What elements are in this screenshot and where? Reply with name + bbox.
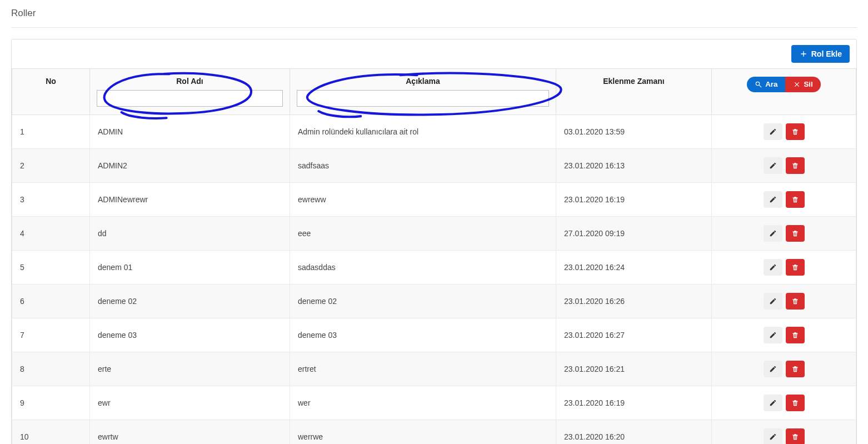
cell-name: ewr (90, 386, 290, 420)
cell-name: ADMIN2 (90, 149, 290, 183)
col-header-name-label: Rol Adı (176, 77, 203, 86)
table-row: 9ewrwer23.01.2020 16:19 (12, 386, 856, 420)
cell-actions (712, 251, 856, 285)
delete-button[interactable] (786, 225, 805, 242)
edit-button[interactable] (764, 327, 782, 343)
col-header-no-label: No (46, 77, 56, 86)
delete-button[interactable] (786, 259, 805, 276)
page-title: Roller (11, 6, 857, 28)
add-role-label: Rol Ekle (811, 50, 842, 58)
cell-no: 2 (12, 149, 90, 183)
delete-button[interactable] (786, 293, 805, 310)
roles-table: No Rol Adı Açıklama (12, 68, 856, 444)
cell-name: ewrtw (90, 420, 290, 445)
col-header-date[interactable]: Eklenme Zamanı (556, 69, 712, 115)
cell-date: 27.01.2020 09:19 (556, 217, 712, 251)
cell-no: 9 (12, 386, 90, 420)
filter-search-button[interactable]: Ara (747, 77, 785, 92)
delete-button[interactable] (786, 395, 805, 411)
delete-button[interactable] (786, 327, 805, 343)
cell-no: 5 (12, 251, 90, 285)
trash-icon (791, 433, 799, 441)
cell-date: 03.01.2020 13:59 (556, 115, 712, 149)
cell-actions (712, 115, 856, 149)
cell-name: dd (90, 217, 290, 251)
edit-button[interactable] (764, 259, 782, 276)
edit-button[interactable] (764, 191, 782, 208)
edit-button[interactable] (764, 361, 782, 377)
filter-search-label: Ara (765, 81, 777, 88)
cell-desc: ewreww (290, 183, 556, 217)
edit-button[interactable] (764, 395, 782, 411)
table-row: 6deneme 02deneme 0223.01.2020 16:26 (12, 285, 856, 318)
cell-no: 8 (12, 352, 90, 386)
delete-button[interactable] (786, 191, 805, 208)
pencil-icon (769, 399, 777, 407)
cell-date: 23.01.2020 16:13 (556, 149, 712, 183)
cell-date: 23.01.2020 16:19 (556, 183, 712, 217)
table-row: 10ewrtwwerrwe23.01.2020 16:20 (12, 420, 856, 445)
filter-desc-input[interactable] (297, 90, 549, 107)
cell-date: 23.01.2020 16:27 (556, 318, 712, 352)
roles-card: Rol Ekle No Rol Adı (11, 39, 857, 444)
cell-name: erte (90, 352, 290, 386)
edit-button[interactable] (764, 225, 782, 242)
trash-icon (791, 162, 799, 169)
cell-date: 23.01.2020 16:20 (556, 420, 712, 445)
pencil-icon (769, 297, 777, 305)
delete-button[interactable] (786, 361, 805, 377)
pencil-icon (769, 433, 777, 441)
col-header-actions: Ara Sil (712, 69, 856, 115)
delete-button[interactable] (786, 157, 805, 174)
close-icon (793, 81, 801, 88)
col-header-no[interactable]: No (12, 69, 90, 115)
cell-name: denem 01 (90, 251, 290, 285)
cell-no: 1 (12, 115, 90, 149)
cell-no: 10 (12, 420, 90, 445)
col-header-name[interactable]: Rol Adı (90, 69, 290, 115)
col-header-desc-label: Açıklama (406, 77, 440, 86)
trash-icon (791, 128, 799, 136)
cell-desc: Admin rolündeki kullanıcılara ait rol (290, 115, 556, 149)
table-row: 7deneme 03deneme 0323.01.2020 16:27 (12, 318, 856, 352)
cell-no: 6 (12, 285, 90, 318)
cell-desc: eee (290, 217, 556, 251)
cell-no: 7 (12, 318, 90, 352)
pencil-icon (769, 230, 777, 237)
cell-name: deneme 02 (90, 285, 290, 318)
trash-icon (791, 399, 799, 407)
cell-no: 4 (12, 217, 90, 251)
search-icon (755, 81, 762, 88)
trash-icon (791, 365, 799, 373)
table-row: 5denem 01sadasddas23.01.2020 16:24 (12, 251, 856, 285)
cell-desc: werrwe (290, 420, 556, 445)
cell-date: 23.01.2020 16:21 (556, 352, 712, 386)
cell-actions (712, 183, 856, 217)
trash-icon (791, 230, 799, 237)
cell-name: deneme 03 (90, 318, 290, 352)
table-row: 4ddeee27.01.2020 09:19 (12, 217, 856, 251)
edit-button[interactable] (764, 157, 782, 174)
plus-icon (799, 49, 808, 58)
trash-icon (791, 297, 799, 305)
cell-desc: sadfsaas (290, 149, 556, 183)
cell-name: ADMIN (90, 115, 290, 149)
filter-clear-button[interactable]: Sil (785, 77, 820, 92)
filter-name-input[interactable] (97, 90, 283, 107)
edit-button[interactable] (764, 293, 782, 310)
cell-no: 3 (12, 183, 90, 217)
trash-icon (791, 263, 799, 271)
cell-desc: wer (290, 386, 556, 420)
table-row: 8erteertret23.01.2020 16:21 (12, 352, 856, 386)
table-row: 2ADMIN2sadfsaas23.01.2020 16:13 (12, 149, 856, 183)
add-role-button[interactable]: Rol Ekle (791, 45, 850, 63)
pencil-icon (769, 128, 777, 136)
edit-button[interactable] (764, 123, 782, 140)
delete-button[interactable] (786, 123, 805, 140)
cell-actions (712, 285, 856, 318)
filter-clear-label: Sil (804, 81, 812, 88)
delete-button[interactable] (786, 428, 805, 444)
edit-button[interactable] (764, 428, 782, 444)
cell-actions (712, 386, 856, 420)
col-header-desc[interactable]: Açıklama (290, 69, 556, 115)
